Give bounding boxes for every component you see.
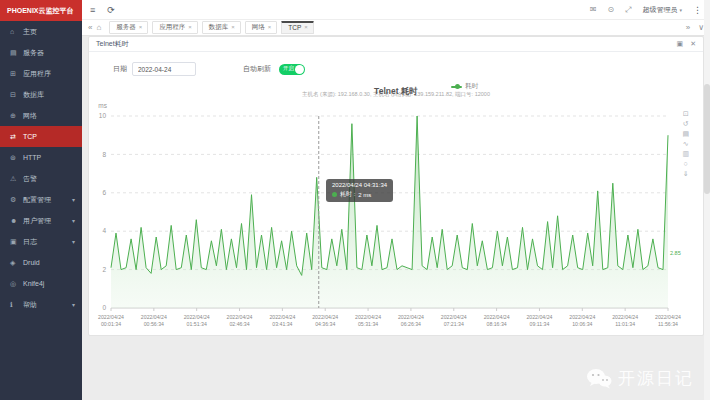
page-scrollbar[interactable] xyxy=(704,0,710,400)
legend-marker-icon xyxy=(451,86,462,88)
svg-text:2022/04/2409:11:34: 2022/04/2409:11:34 xyxy=(526,314,552,327)
tab-服务器[interactable]: 服务器× xyxy=(109,21,148,34)
sidebar-item-network[interactable]: ⊕网络 xyxy=(0,105,82,126)
knife4j-icon: ◎ xyxy=(10,280,19,288)
close-tab-icon[interactable]: × xyxy=(139,24,143,32)
sidebar-item-label: 告警 xyxy=(23,174,37,184)
tabs-bar: « ⌂ 服务器×应用程序×数据库×网络×TCP× » ∨ xyxy=(82,20,710,36)
legend-item[interactable]: 耗时 xyxy=(451,82,478,91)
svg-text:10: 10 xyxy=(99,112,107,119)
svg-text:2022/04/2407:21:34: 2022/04/2407:21:34 xyxy=(441,314,467,327)
sidebar-nav: ⌂主页▤服务器⊞应用程序⊟数据库⊕网络⇄TCP⊛HTTP⚠告警⚙配置管理▾☻用户… xyxy=(0,21,82,315)
sidebar-item-label: 服务器 xyxy=(23,48,44,58)
chevron-down-icon: ▾ xyxy=(72,196,75,203)
user-name: 超级管理员 xyxy=(642,5,677,15)
legend-label: 耗时 xyxy=(465,82,478,91)
sidebar-item-config-mgmt[interactable]: ⚙配置管理▾ xyxy=(0,189,82,210)
kebab-menu-icon[interactable]: ⋮ xyxy=(693,5,702,15)
sidebar-item-label: Knife4j xyxy=(23,280,44,287)
collapse-tabs-icon[interactable]: « xyxy=(88,24,92,32)
close-tab-icon[interactable]: × xyxy=(304,24,308,32)
svg-text:8: 8 xyxy=(102,151,106,158)
config-mgmt-icon: ⚙ xyxy=(10,196,19,204)
telnet-card: Telnet耗时 ▣ ✕ 日期 自动刷新 开启 xyxy=(88,36,704,336)
card-header: Telnet耗时 ▣ ✕ xyxy=(89,37,703,52)
sidebar-item-tcp[interactable]: ⇄TCP xyxy=(0,126,82,147)
svg-text:2022/04/2400:56:34: 2022/04/2400:56:34 xyxy=(141,314,167,327)
sidebar-item-help[interactable]: ℹ帮助▾ xyxy=(0,294,82,315)
tab-应用程序[interactable]: 应用程序× xyxy=(152,21,198,34)
refresh-icon[interactable]: ⟳ xyxy=(107,5,115,15)
sidebar-item-label: Druid xyxy=(23,259,40,266)
maximize-icon[interactable]: ▣ xyxy=(677,40,684,48)
tab-数据库[interactable]: 数据库× xyxy=(202,21,241,34)
tab-网络[interactable]: 网络× xyxy=(245,21,278,34)
sidebar-item-druid[interactable]: ◈Druid xyxy=(0,252,82,273)
sidebar-item-label: 网络 xyxy=(23,111,37,121)
close-tab-icon[interactable]: × xyxy=(188,24,192,32)
data-zoom-icon[interactable]: ⊡ xyxy=(682,110,689,117)
close-icon[interactable]: ✕ xyxy=(690,40,696,48)
more-tabs-icon[interactable]: » xyxy=(686,24,690,32)
svg-text:2: 2 xyxy=(102,266,106,273)
sidebar-item-knife4j[interactable]: ◎Knife4j xyxy=(0,273,82,294)
sidebar-item-label: 帮助 xyxy=(23,300,37,310)
sidebar-item-logs[interactable]: ▣日志▾ xyxy=(0,231,82,252)
theme-icon[interactable]: ⊙ xyxy=(607,5,614,15)
save-image-icon[interactable]: ⇓ xyxy=(682,170,689,177)
sidebar-item-server[interactable]: ▤服务器 xyxy=(0,42,82,63)
sidebar-item-database[interactable]: ⊟数据库 xyxy=(0,84,82,105)
svg-text:2022/04/2411:01:34: 2022/04/2411:01:34 xyxy=(612,314,638,327)
tabs-list: 服务器×应用程序×数据库×网络×TCP× xyxy=(109,21,681,34)
fullscreen-icon[interactable]: ⤢ xyxy=(625,5,631,15)
svg-text:2022/04/2410:06:34: 2022/04/2410:06:34 xyxy=(569,314,595,327)
content: Telnet耗时 ▣ ✕ 日期 自动刷新 开启 xyxy=(82,36,710,400)
chevron-down-icon: ▾ xyxy=(72,238,75,245)
auto-refresh-toggle[interactable]: 开启 xyxy=(279,64,305,75)
screen: PHOENIX云监控平台 ⌂主页▤服务器⊞应用程序⊟数据库⊕网络⇄TCP⊛HTT… xyxy=(0,0,710,400)
chart-title: Telnet 耗时 xyxy=(374,86,418,96)
sidebar-item-http[interactable]: ⊛HTTP xyxy=(0,147,82,168)
restore-icon[interactable]: ○ xyxy=(682,160,689,167)
tab-label: TCP xyxy=(288,24,301,32)
telnet-latency-chart[interactable]: 0246810ms2022/04/2400:01:342022/04/2400:… xyxy=(89,100,693,332)
watermark-text: 开源日记 xyxy=(618,367,694,390)
tab-TCP[interactable]: TCP× xyxy=(281,21,314,34)
svg-text:2022/04/2405:31:34: 2022/04/2405:31:34 xyxy=(355,314,381,327)
watermark: 开源日记 xyxy=(586,367,694,390)
help-icon: ℹ xyxy=(10,301,19,309)
tabs-right: » ∨ xyxy=(686,24,704,32)
tcp-icon: ⇄ xyxy=(10,133,19,141)
close-tab-icon[interactable]: × xyxy=(268,24,272,32)
bar-chart-icon[interactable]: ▥ xyxy=(682,150,689,157)
application-icon: ⊞ xyxy=(10,70,19,78)
line-chart-icon[interactable]: ∿ xyxy=(682,140,689,147)
svg-text:4: 4 xyxy=(102,227,106,234)
sidebar-item-alarm[interactable]: ⚠告警 xyxy=(0,168,82,189)
tab-label: 网络 xyxy=(252,23,265,31)
svg-text:2.85: 2.85 xyxy=(670,250,681,256)
toggle-on-label: 开启 xyxy=(283,65,294,72)
druid-icon: ◈ xyxy=(10,259,19,267)
logs-icon: ▣ xyxy=(10,238,19,246)
data-view-icon[interactable]: ▤ xyxy=(682,130,689,137)
chevron-down-icon: ▾ xyxy=(72,301,75,308)
scrollbar-thumb[interactable] xyxy=(704,84,710,194)
close-tab-icon[interactable]: × xyxy=(231,24,235,32)
sidebar: PHOENIX云监控平台 ⌂主页▤服务器⊞应用程序⊟数据库⊕网络⇄TCP⊛HTT… xyxy=(0,0,82,400)
svg-text:2022/04/2408:16:34: 2022/04/2408:16:34 xyxy=(484,314,510,327)
date-input[interactable] xyxy=(132,62,196,76)
sidebar-item-label: 应用程序 xyxy=(23,69,51,79)
zoom-reset-icon[interactable]: ↺ xyxy=(682,120,689,127)
user-menu[interactable]: 超级管理员 ▾ xyxy=(642,5,682,15)
hamburger-icon[interactable]: ≡ xyxy=(90,5,95,15)
tab-label: 服务器 xyxy=(116,23,136,31)
server-icon: ▤ xyxy=(10,49,19,57)
chart-toolbox: ⊡↺▤∿▥○⇓ xyxy=(682,110,689,177)
chevron-down-icon: ▾ xyxy=(679,7,682,13)
sidebar-item-user-mgmt[interactable]: ☻用户管理▾ xyxy=(0,210,82,231)
home-tab-icon[interactable]: ⌂ xyxy=(96,24,101,32)
sidebar-item-home[interactable]: ⌂主页 xyxy=(0,21,82,42)
message-icon[interactable]: ✉ xyxy=(590,5,597,15)
sidebar-item-application[interactable]: ⊞应用程序 xyxy=(0,63,82,84)
